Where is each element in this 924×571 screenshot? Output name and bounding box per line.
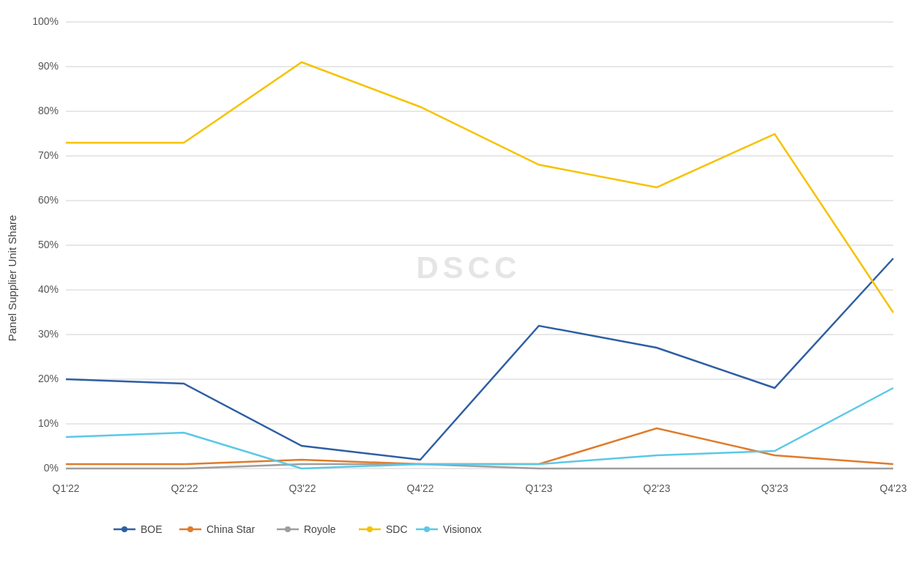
- x-label-q223: Q2'23: [644, 482, 671, 494]
- x-label-q423: Q4'23: [880, 482, 907, 494]
- x-label-q322: Q3'22: [289, 482, 316, 494]
- x-label-q323: Q3'23: [761, 482, 789, 494]
- y-axis-title: Panel Supplier Unit Share: [6, 215, 18, 342]
- y-label-10: 10%: [38, 417, 59, 429]
- y-label-100: 100%: [32, 15, 59, 27]
- y-label-30: 30%: [38, 328, 59, 340]
- boe-line: [66, 258, 893, 460]
- x-label-q123: Q1'23: [526, 482, 553, 494]
- y-label-20: 20%: [38, 373, 59, 384]
- visionox-legend-dot: [424, 526, 430, 532]
- chart-container: 100% 90% 80% 70% 60% 50% 40% 30% 20% 10%…: [0, 0, 924, 571]
- watermark: DSCC: [416, 250, 521, 285]
- boe-legend-label: BOE: [141, 523, 163, 535]
- visionox-line: [66, 388, 893, 469]
- visionox-legend-label: Visionox: [443, 523, 482, 535]
- royole-legend-label: Royole: [304, 523, 336, 535]
- x-label-q422: Q4'22: [407, 482, 434, 494]
- china-star-legend-dot: [187, 526, 193, 532]
- x-label-q122: Q1'22: [53, 482, 80, 494]
- y-label-60: 60%: [38, 194, 59, 206]
- royole-legend-dot: [285, 526, 291, 532]
- boe-legend-dot: [122, 526, 127, 532]
- sdc-legend-label: SDC: [386, 523, 408, 535]
- y-label-80: 80%: [38, 105, 59, 116]
- y-label-50: 50%: [38, 239, 59, 250]
- sdc-legend-dot: [367, 526, 373, 532]
- china-star-legend-label: China Star: [206, 523, 255, 535]
- chart-svg: 100% 90% 80% 70% 60% 50% 40% 30% 20% 10%…: [0, 0, 924, 571]
- y-label-90: 90%: [38, 60, 59, 72]
- y-label-40: 40%: [38, 283, 59, 295]
- y-label-70: 70%: [38, 149, 59, 161]
- y-label-0: 0%: [44, 462, 59, 474]
- x-label-q222: Q2'22: [171, 482, 198, 494]
